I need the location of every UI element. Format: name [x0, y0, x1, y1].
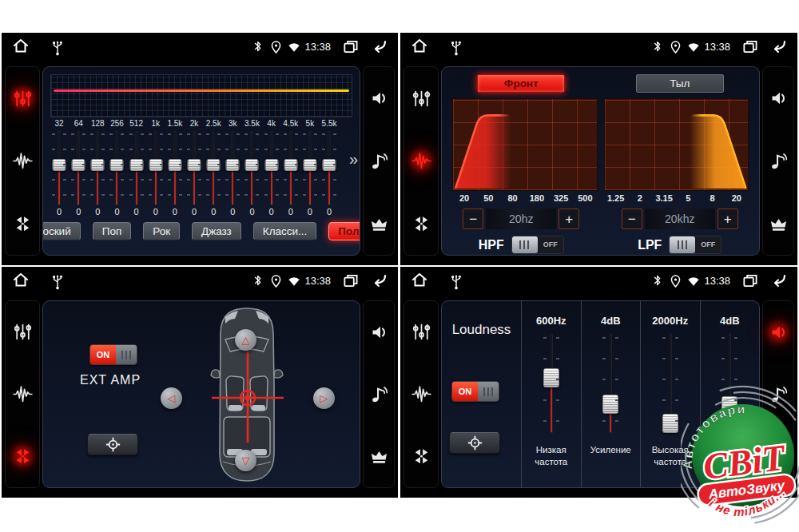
eq-band-slider[interactable] [165, 129, 185, 207]
eq-band-slider[interactable] [320, 129, 339, 207]
crown-icon[interactable] [365, 210, 392, 237]
tab-front[interactable]: Фронт [477, 74, 565, 93]
eq-freq-label: 128 [88, 119, 107, 128]
tab-rear[interactable]: Тыл [636, 74, 724, 93]
balance-left-button[interactable]: ◁ [161, 387, 182, 409]
home-icon[interactable] [11, 37, 30, 56]
eq-band-slider[interactable] [185, 129, 204, 207]
toggle-knob[interactable] [116, 345, 137, 364]
back-icon[interactable] [769, 272, 788, 289]
eq-band-slider[interactable] [300, 129, 320, 207]
fader-rear-button[interactable]: ▽ [235, 450, 256, 471]
volume-icon[interactable] [365, 319, 392, 346]
eq-freq-label: 5k [300, 119, 320, 128]
hpf-plus-button[interactable]: + [559, 208, 579, 229]
volume-icon[interactable] [765, 319, 792, 346]
toggle-knob[interactable] [478, 382, 499, 401]
eq-band-slider[interactable] [223, 129, 242, 207]
effects-wave-icon[interactable] [407, 147, 435, 174]
equalizer-icon[interactable] [9, 85, 36, 112]
slider-handle[interactable] [53, 159, 66, 171]
loudness-slider[interactable] [660, 334, 681, 435]
eq-band-slider[interactable] [204, 129, 223, 207]
back-icon[interactable] [370, 38, 388, 55]
home-icon[interactable] [410, 37, 429, 56]
equalizer-icon[interactable] [9, 319, 36, 346]
eq-more-chevron[interactable]: » [349, 150, 358, 169]
eq-band-slider[interactable] [146, 129, 165, 207]
volume-icon[interactable] [765, 85, 792, 112]
loudness-toggle[interactable]: ON [451, 381, 499, 402]
back-icon[interactable] [370, 272, 388, 289]
effects-wave-icon[interactable] [9, 147, 36, 174]
eq-band-slider[interactable] [127, 129, 146, 207]
slider-handle[interactable] [129, 159, 143, 171]
slider-handle[interactable] [264, 159, 278, 171]
slider-handle[interactable] [602, 395, 618, 414]
loudness-slider[interactable] [600, 334, 621, 435]
lpf-minus-button[interactable]: − [622, 208, 642, 229]
status-time: 13:38 [304, 275, 331, 287]
fader-front-button[interactable]: △ [235, 329, 256, 351]
equalizer-icon[interactable] [407, 319, 435, 346]
effects-wave-icon[interactable] [407, 380, 435, 407]
slider-handle[interactable] [72, 159, 85, 171]
hpf-minus-button[interactable]: − [463, 208, 483, 229]
slider-handle[interactable] [323, 159, 336, 171]
recent-apps-icon[interactable] [342, 272, 359, 288]
balance-fader-icon[interactable] [9, 443, 36, 470]
volume-icon[interactable] [365, 85, 392, 112]
slider-handle[interactable] [188, 159, 201, 171]
recent-apps-icon[interactable] [741, 272, 758, 288]
preset-classic-button[interactable]: Класси... [253, 222, 317, 240]
slider-handle[interactable] [662, 414, 678, 433]
speaker-note-icon[interactable] [365, 147, 392, 174]
slider-handle[interactable] [110, 159, 124, 171]
recent-apps-icon[interactable] [741, 38, 758, 54]
center-reset-button[interactable] [87, 434, 138, 455]
slider-handle[interactable] [168, 159, 181, 171]
speaker-note-icon[interactable] [765, 147, 792, 174]
preset-flat-button[interactable]: Плоский [42, 222, 81, 240]
home-icon[interactable] [11, 271, 30, 290]
toggle-knob[interactable] [670, 236, 695, 253]
balance-fader-icon[interactable] [407, 210, 435, 237]
crown-icon[interactable] [765, 210, 792, 237]
slider-handle[interactable] [226, 159, 240, 171]
eq-band-slider[interactable] [50, 129, 69, 207]
slider-handle[interactable] [543, 368, 559, 387]
eq-band-slider[interactable] [88, 129, 107, 207]
slider-handle[interactable] [284, 159, 297, 171]
slider-handle[interactable] [245, 159, 259, 171]
loudness-slider[interactable] [541, 334, 562, 435]
back-icon[interactable] [769, 38, 788, 55]
preset-jazz-button[interactable]: Джазз [192, 222, 241, 240]
preset-user-button[interactable]: Польз. [328, 222, 360, 240]
balance-fader-icon[interactable] [9, 210, 36, 237]
recent-apps-icon[interactable] [342, 38, 359, 54]
eq-band-slider[interactable] [69, 129, 88, 207]
preset-rock-button[interactable]: Рок [143, 222, 180, 240]
effects-wave-icon[interactable] [9, 380, 36, 407]
crown-icon[interactable] [365, 443, 392, 470]
home-icon[interactable] [410, 271, 429, 290]
eq-band-slider[interactable] [262, 129, 281, 207]
ext-amp-toggle[interactable]: ON [89, 344, 137, 365]
eq-band-slider[interactable] [242, 129, 261, 207]
slider-handle[interactable] [149, 159, 162, 171]
eq-band-slider[interactable] [281, 129, 300, 207]
balance-right-button[interactable]: ▷ [313, 387, 335, 409]
lpf-toggle[interactable]: OFF [669, 236, 721, 254]
eq-band-slider[interactable] [107, 129, 126, 207]
slider-handle[interactable] [303, 159, 316, 171]
lpf-plus-button[interactable]: + [718, 208, 738, 229]
toggle-knob[interactable] [512, 236, 538, 253]
center-reset-button[interactable] [449, 432, 500, 454]
balance-fader-icon[interactable] [407, 443, 435, 470]
slider-handle[interactable] [207, 159, 221, 171]
slider-handle[interactable] [91, 159, 105, 171]
equalizer-icon[interactable] [407, 85, 435, 112]
preset-pop-button[interactable]: Поп [93, 222, 132, 240]
hpf-toggle[interactable]: OFF [511, 236, 564, 254]
speaker-note-icon[interactable] [365, 380, 392, 407]
